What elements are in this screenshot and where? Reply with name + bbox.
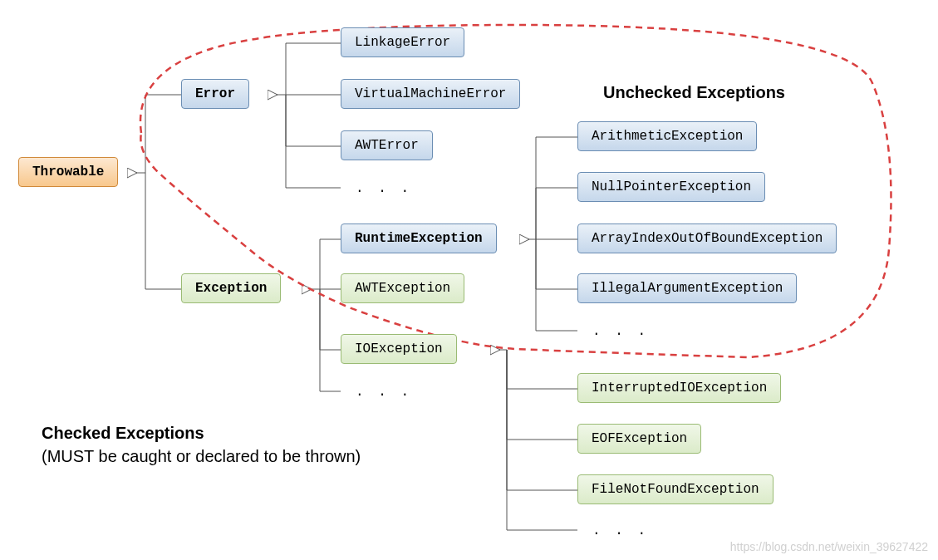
node-exception: Exception (181, 273, 281, 303)
label-checked-title: Checked Exceptions (42, 424, 204, 443)
node-file-not-found-exception: FileNotFoundException (577, 474, 773, 504)
node-io-exception: IOException (341, 334, 457, 364)
node-awt-exception: AWTException (341, 273, 464, 303)
node-eof-exception: EOFException (577, 424, 701, 454)
ellipsis-io: . . . (592, 523, 649, 538)
node-illegal-argument-exception: IllegalArgumentException (577, 273, 797, 303)
ellipsis-runtime: . . . (592, 324, 649, 339)
node-awt-error: AWTError (341, 130, 433, 160)
label-checked-note: (MUST be caught or declared to be thrown… (42, 447, 361, 466)
node-arithmetic-exception: ArithmeticException (577, 121, 757, 151)
node-linkage-error: LinkageError (341, 27, 464, 57)
ellipsis-error: . . . (356, 181, 412, 196)
node-virtual-machine-error: VirtualMachineError (341, 79, 520, 109)
ellipsis-exception: . . . (356, 385, 412, 400)
node-array-index-exception: ArrayIndexOutOfBoundException (577, 224, 837, 253)
node-throwable: Throwable (18, 157, 118, 187)
watermark: https://blog.csdn.net/weixin_39627422 (730, 540, 928, 553)
label-unchecked: Unchecked Exceptions (603, 83, 785, 102)
node-interrupted-io-exception: InterruptedIOException (577, 373, 781, 403)
node-runtime-exception: RuntimeException (341, 224, 497, 253)
node-null-pointer-exception: NullPointerException (577, 172, 765, 202)
node-error: Error (181, 79, 249, 109)
